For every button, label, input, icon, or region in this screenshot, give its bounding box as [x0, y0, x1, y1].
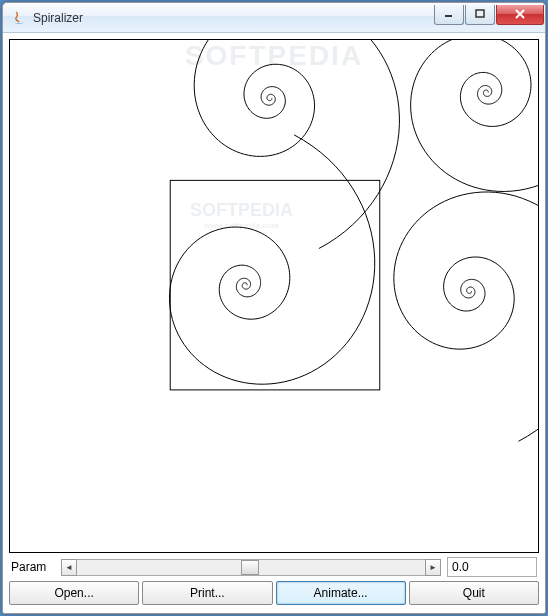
slider-track[interactable]	[77, 559, 425, 576]
param-label: Param	[11, 560, 55, 574]
param-row: Param ◄ ►	[9, 553, 539, 581]
close-button[interactable]	[496, 5, 544, 25]
window-controls	[434, 5, 544, 25]
app-window: Spiralizer SOFTPEDIA SOFTPEDIA www.softp…	[2, 2, 546, 614]
animate-button[interactable]: Animate...	[276, 581, 406, 605]
quit-button[interactable]: Quit	[409, 581, 539, 605]
svg-rect-2	[170, 180, 380, 390]
slider-left-arrow-icon[interactable]: ◄	[61, 559, 77, 576]
minimize-button[interactable]	[434, 5, 464, 25]
slider-thumb[interactable]	[241, 560, 259, 575]
spiral-drawing	[10, 40, 538, 552]
print-button[interactable]: Print...	[142, 581, 272, 605]
param-slider[interactable]: ◄ ►	[61, 558, 441, 576]
open-button[interactable]: Open...	[9, 581, 139, 605]
svg-rect-1	[476, 10, 484, 17]
client-area: SOFTPEDIA SOFTPEDIA www.softpedia.com Pa…	[3, 33, 545, 613]
maximize-button[interactable]	[465, 5, 495, 25]
button-row: Open... Print... Animate... Quit	[9, 581, 539, 607]
window-title: Spiralizer	[33, 11, 434, 25]
drawing-canvas: SOFTPEDIA SOFTPEDIA www.softpedia.com	[9, 39, 539, 553]
java-app-icon	[11, 10, 27, 26]
titlebar[interactable]: Spiralizer	[3, 3, 545, 33]
param-input[interactable]	[447, 557, 537, 577]
slider-right-arrow-icon[interactable]: ►	[425, 559, 441, 576]
